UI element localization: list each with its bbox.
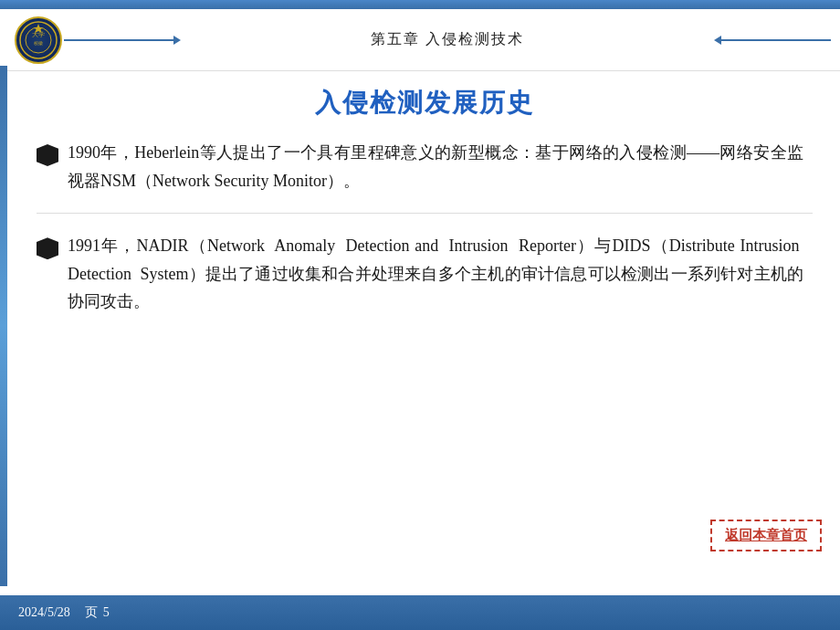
top-accent-bar [0,0,840,9]
university-logo: 大学 校徽 [15,16,62,64]
chapter-title: 第五章 入侵检测技术 [371,30,524,49]
header-arrow-right [714,36,831,45]
logo-svg: 大学 校徽 [18,20,58,60]
main-title: 入侵检测发展历史 [37,86,813,121]
block1-en-nsm: NSM [100,172,136,190]
block2-dids: DIDS [612,236,650,255]
block1-en-name: Heberlein [134,143,199,162]
block2-nadir-full: Network Anomaly Detection and Intrusion … [207,236,576,255]
block-text-2: 1991年，NADIR（Network Anomaly Detection an… [68,232,803,316]
content-area: 入侵检测发展历史 1990年，Heberlein等人提出了一个具有里程碑意义的新… [0,71,840,595]
content-block-2: 1991年，NADIR（Network Anomaly Detection an… [37,232,813,316]
slide-container: 大学 校徽 第五章 入侵检测技术 入侵检测发展历史 [0,0,840,630]
logo-area: 大学 校徽 [11,15,66,65]
content-divider [37,213,813,214]
block2-nadir: NADIR [137,236,189,255]
svg-text:大学: 大学 [32,31,45,38]
content-block-1: 1990年，Heberlein等人提出了一个具有里程碑意义的新型概念：基于网络的… [37,139,813,194]
svg-text:校徽: 校徽 [33,40,43,46]
page-label: 页 [85,604,98,621]
block1-en-full: Network Security Monitor [152,172,327,190]
block-text-1: 1990年，Heberlein等人提出了一个具有里程碑意义的新型概念：基于网络的… [68,139,803,194]
bottom-bar: 2024/5/28 页 5 [0,595,840,630]
return-button[interactable]: 返回本章首页 [710,520,822,551]
return-button-label[interactable]: 返回本章首页 [725,528,807,542]
bullet-icon-2 [37,237,58,259]
page-date: 2024/5/28 [18,605,70,620]
header-row: 大学 校徽 第五章 入侵检测技术 [0,9,840,71]
page-number: 5 [103,605,110,620]
bullet-icon-1 [37,144,58,166]
